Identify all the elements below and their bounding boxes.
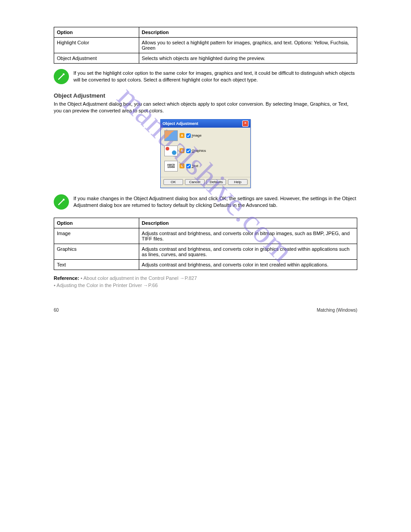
checkbox-image[interactable]: Image <box>186 133 201 138</box>
table-cell: Adjusts contrast and brightness, and con… <box>139 228 357 244</box>
reference-line: • Adjusting the Color in the Printer Dri… <box>54 283 357 288</box>
table-cell: Graphics <box>54 244 139 259</box>
defaults-button[interactable]: Defaults <box>206 179 226 185</box>
footer-title: Matching (Windows) <box>317 308 357 313</box>
dialog-row-graphics: B Graphics <box>164 146 247 156</box>
table-header: Description <box>139 27 357 38</box>
page-number: 60 <box>54 308 59 313</box>
table-row: Graphics Adjusts contrast and brightness… <box>54 244 357 259</box>
table-row: Image Adjusts contrast and brightness, a… <box>54 228 357 244</box>
note-icon <box>54 69 69 84</box>
dialog-row-text: ABCD123456 C Text <box>164 161 247 172</box>
note-block: If you set the highlight color option to… <box>54 69 357 84</box>
page-footer: 60 Matching (Windows) <box>54 290 357 313</box>
note-text: If you set the highlight color option to… <box>73 69 357 84</box>
table-header: Description <box>139 218 357 228</box>
checkbox-input[interactable] <box>186 149 191 153</box>
image-thumbnail-icon <box>164 130 178 141</box>
ok-button[interactable]: OK <box>163 179 183 185</box>
close-icon[interactable]: × <box>242 120 248 127</box>
note-text: If you make changes in the Object Adjust… <box>73 194 357 209</box>
reference-line: Reference: • About color adjustment in t… <box>54 275 357 281</box>
checkbox-label-rest: mage <box>193 133 201 137</box>
note-icon <box>54 194 69 210</box>
table-row: Text Adjusts contrast and brightness, an… <box>54 259 357 270</box>
checkbox-input[interactable] <box>186 164 191 168</box>
dialog-row-image: A Image <box>164 130 247 141</box>
help-button[interactable]: Help <box>228 179 248 185</box>
table-header: Option <box>54 27 139 38</box>
checkbox-text[interactable]: Text <box>186 164 198 168</box>
table-header: Option <box>54 218 139 228</box>
dialog-title-text: Object Adjustment <box>163 121 198 126</box>
checkbox-label-rest: raphics <box>194 149 206 153</box>
table-cell: Allows you to select a highlight pattern… <box>139 38 357 53</box>
table-cell: Adjusts contrast and brightness, and con… <box>139 259 357 270</box>
options-table-2: Option Description Image Adjusts contras… <box>54 218 357 270</box>
table-cell: Highlight Color <box>54 38 139 53</box>
table-cell: Object Adjustment <box>54 53 139 64</box>
graphics-thumbnail-icon <box>164 146 178 156</box>
checkbox-input[interactable] <box>186 133 191 138</box>
table-cell: Adjusts contrast and brightness, and con… <box>139 244 357 259</box>
checkbox-graphics[interactable]: Graphics <box>186 149 206 153</box>
cancel-button[interactable]: Cancel <box>185 179 205 185</box>
options-table-1: Option Description Highlight Color Allow… <box>54 27 357 64</box>
badge-b: B <box>180 148 184 153</box>
object-adjustment-dialog: Object Adjustment × A Image B <box>160 119 251 188</box>
table-cell: Text <box>54 259 139 270</box>
reference-link[interactable]: • About color adjustment in the Control … <box>81 275 197 281</box>
reference-link[interactable]: • Adjusting the Color in the Printer Dri… <box>54 283 158 288</box>
section-paragraph: In the Object Adjustment dialog box, you… <box>54 101 357 115</box>
checkbox-label-rest: ext <box>193 164 198 168</box>
dialog-titlebar: Object Adjustment × <box>161 120 250 128</box>
text-thumbnail-icon: ABCD123456 <box>164 161 178 172</box>
dialog-button-row: OK Cancel Defaults Help <box>161 177 250 188</box>
badge-c: C <box>180 163 184 168</box>
table-cell: Image <box>54 228 139 244</box>
table-row: Highlight Color Allows you to select a h… <box>54 38 357 53</box>
table-row: Object Adjustment Selects which objects … <box>54 53 357 64</box>
note-block: If you make changes in the Object Adjust… <box>54 194 357 210</box>
section-heading: Object Adjustment <box>54 92 357 99</box>
badge-a: A <box>180 133 184 138</box>
reference-label: Reference: <box>54 275 79 281</box>
table-cell: Selects which objects are highlighted du… <box>139 53 357 64</box>
